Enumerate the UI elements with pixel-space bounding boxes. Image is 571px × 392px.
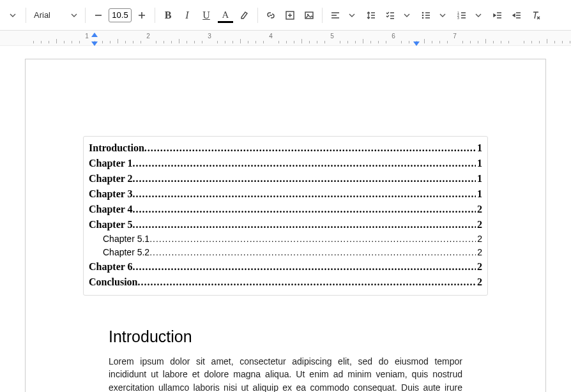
toc-entry-title: Chapter 4 — [89, 202, 133, 217]
bulleted-list-dropdown-arrow[interactable] — [434, 6, 452, 24]
document-page[interactable]: Introduction1Chapter 11Chapter 21Chapter… — [25, 59, 546, 392]
left-indent-marker[interactable] — [91, 41, 98, 46]
table-of-contents[interactable]: Introduction1Chapter 11Chapter 21Chapter… — [83, 136, 488, 296]
svg-point-3 — [422, 11, 424, 13]
align-dropdown-arrow[interactable] — [343, 6, 361, 24]
font-family-select[interactable]: Arial — [30, 7, 81, 24]
toc-entry-title: Chapter 1 — [89, 156, 133, 171]
horizontal-ruler[interactable]: 1234567 — [0, 31, 571, 46]
document-canvas[interactable]: Introduction1Chapter 11Chapter 21Chapter… — [0, 46, 571, 392]
toc-entry[interactable]: Chapter 52 — [89, 217, 482, 232]
toc-leader-dots — [149, 232, 476, 246]
toc-entry-title: Chapter 2 — [89, 171, 133, 186]
toc-entry[interactable]: Conclusion2 — [89, 275, 482, 290]
bulleted-list-button[interactable] — [417, 6, 435, 24]
toc-entry-title: Introduction — [89, 140, 144, 156]
toc-entry[interactable]: Chapter 5.22 — [89, 246, 482, 259]
toolbar-separator — [26, 8, 26, 23]
svg-point-4 — [422, 14, 424, 16]
toc-entry[interactable]: Introduction1 — [89, 140, 482, 156]
toc-entry-title: Chapter 3 — [89, 186, 133, 202]
bold-button[interactable]: B — [159, 6, 177, 24]
toc-entry[interactable]: Chapter 21 — [89, 171, 482, 186]
checklist-dropdown-arrow[interactable] — [398, 6, 416, 24]
toc-entry-page: 2 — [476, 232, 482, 246]
insert-image-button[interactable] — [300, 6, 318, 24]
increase-font-size-button[interactable] — [133, 6, 151, 24]
body-paragraph[interactable]: Lorem ipsum dolor sit amet, consectetur … — [109, 355, 462, 392]
ruler-label: 1 — [85, 33, 89, 40]
ruler-label: 2 — [146, 33, 150, 40]
font-family-label: Arial — [34, 10, 50, 20]
toc-entry-title: Chapter 6 — [89, 259, 133, 275]
toolbar-separator — [257, 8, 258, 23]
toc-entry-title: Chapter 5.1 — [89, 232, 149, 246]
toc-leader-dots — [133, 217, 476, 232]
toc-entry-page: 2 — [476, 259, 482, 275]
toc-entry-page: 2 — [476, 217, 482, 232]
heading-introduction[interactable]: Introduction — [109, 328, 462, 346]
font-size-input[interactable] — [109, 8, 132, 22]
highlight-color-button[interactable] — [236, 6, 254, 24]
toc-entry-page: 2 — [476, 202, 482, 217]
toc-entry-page: 2 — [476, 246, 482, 259]
ruler-label: 6 — [392, 33, 395, 40]
toolbar-separator — [85, 8, 86, 23]
font-size-group — [89, 6, 151, 24]
italic-button[interactable]: I — [178, 6, 196, 24]
toolbar-separator — [322, 8, 323, 23]
toc-entry-page: 2 — [476, 275, 482, 290]
add-comment-button[interactable] — [281, 6, 299, 24]
underline-button[interactable]: U — [197, 6, 215, 24]
toc-entry[interactable]: Chapter 42 — [89, 202, 482, 217]
svg-text:3: 3 — [457, 16, 459, 20]
insert-link-button[interactable] — [262, 6, 280, 24]
toc-entry-title: Conclusion — [89, 275, 137, 290]
toc-entry[interactable]: Chapter 31 — [89, 186, 482, 202]
decrease-font-size-button[interactable] — [89, 6, 107, 24]
toc-entry-page: 1 — [476, 140, 482, 156]
line-spacing-button[interactable] — [362, 6, 380, 24]
first-line-indent-marker[interactable] — [91, 33, 98, 37]
svg-point-5 — [422, 17, 424, 19]
text-color-button[interactable]: A — [217, 6, 234, 24]
toc-entry[interactable]: Chapter 62 — [89, 259, 482, 275]
increase-indent-button[interactable] — [508, 6, 526, 24]
toc-leader-dots — [133, 186, 476, 202]
toc-entry-page: 1 — [476, 186, 482, 202]
ruler-label: 4 — [269, 33, 273, 40]
formatting-toolbar: Arial B I U A 1 — [0, 0, 571, 31]
toc-leader-dots — [133, 259, 476, 275]
toc-leader-dots — [133, 171, 476, 186]
document-body[interactable]: Introduction Lorem ipsum dolor sit amet,… — [109, 328, 462, 392]
toc-entry[interactable]: Chapter 11 — [89, 156, 482, 171]
toc-leader-dots — [144, 140, 476, 156]
decrease-indent-button[interactable] — [489, 6, 506, 24]
toc-entry-page: 1 — [476, 171, 482, 186]
right-indent-marker[interactable] — [413, 41, 420, 46]
checklist-button[interactable] — [381, 6, 399, 24]
toolbar-separator — [155, 8, 155, 23]
ruler-label: 5 — [330, 33, 334, 40]
toc-entry-title: Chapter 5.2 — [89, 246, 149, 259]
toc-leader-dots — [137, 275, 476, 290]
numbered-list-dropdown-arrow[interactable] — [469, 6, 487, 24]
toc-leader-dots — [149, 246, 476, 259]
toc-leader-dots — [133, 202, 476, 217]
toc-entry-page: 1 — [476, 156, 482, 171]
ruler-label: 7 — [453, 33, 457, 40]
toc-entry[interactable]: Chapter 5.12 — [89, 232, 482, 246]
ruler-label: 3 — [208, 33, 211, 40]
toc-entry-title: Chapter 5 — [89, 217, 133, 232]
numbered-list-button[interactable]: 123 — [453, 6, 471, 24]
toc-leader-dots — [133, 156, 476, 171]
align-button[interactable] — [326, 6, 344, 24]
styles-dropdown-arrow[interactable] — [4, 6, 22, 24]
clear-formatting-button[interactable] — [527, 6, 545, 24]
